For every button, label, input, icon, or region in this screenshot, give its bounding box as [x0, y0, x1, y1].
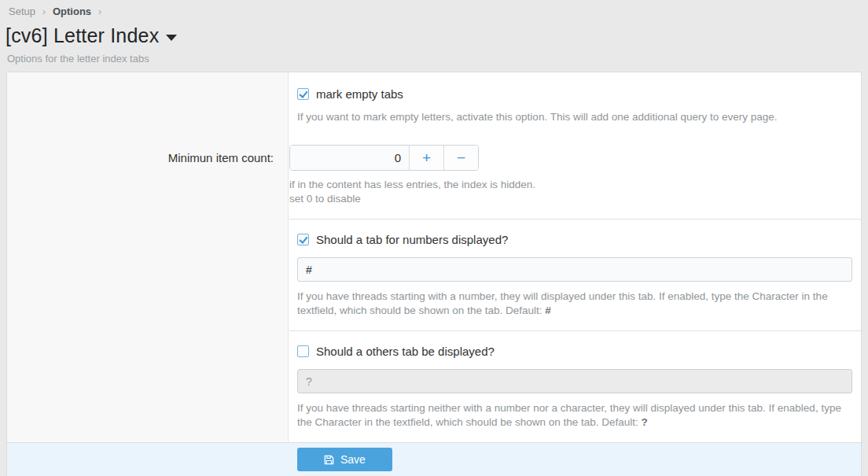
save-button[interactable]: Save — [297, 448, 392, 471]
breadcrumb-separator-icon: › — [98, 6, 101, 17]
field-description-line: set 0 to disable — [289, 192, 852, 206]
save-floppy-icon — [324, 455, 334, 465]
breadcrumb-item-options[interactable]: Options — [53, 6, 91, 17]
increment-button[interactable]: + — [409, 146, 443, 170]
field-label: Minimun item count: — [7, 145, 281, 206]
breadcrumb-separator-icon: › — [42, 6, 46, 17]
option-description: If you have threads starting with a numb… — [297, 290, 841, 318]
default-value: # — [545, 304, 551, 316]
page-subtitle: Options for the letter index tabs — [7, 53, 868, 65]
page-title: [cv6] Letter Index — [6, 24, 159, 47]
others-tab-character-input[interactable] — [297, 369, 852, 393]
numbers-tab-option[interactable]: Should a tab for numbers displayed? — [297, 233, 508, 246]
option-description: If you want to mark empty letters, activ… — [297, 110, 852, 124]
breadcrumb-item-setup[interactable]: Setup — [9, 6, 35, 17]
minimum-item-count-input[interactable] — [290, 146, 409, 170]
numbers-tab-character-input[interactable] — [297, 257, 852, 282]
options-page: Setup › Options › [cv6] Letter Index Opt… — [0, 0, 868, 476]
field-control-area: + − if in the content has less entries, … — [281, 145, 861, 206]
numbers-tab-checkbox[interactable] — [297, 234, 309, 245]
option-row-minimum-item-count: Minimun item count: + − if in the conten… — [7, 145, 861, 206]
option-row-numbers-tab: Should a tab for numbers displayed? If y… — [289, 220, 861, 318]
checkbox-label: mark empty tabs — [316, 87, 403, 101]
option-description-text: If you have threads starting neither wit… — [297, 402, 841, 428]
default-value: ? — [642, 416, 648, 428]
page-title-dropdown[interactable]: [cv6] Letter Index — [6, 24, 868, 47]
dropdown-caret-icon — [166, 35, 177, 41]
field-description-line: if in the content has less entries, the … — [289, 178, 852, 192]
option-row-others-tab: Should a others tab be displayed? If you… — [289, 331, 861, 442]
save-button-label: Save — [340, 453, 366, 466]
checkbox-label: Should a tab for numbers displayed? — [316, 233, 508, 246]
minimum-item-count-stepper: + − — [289, 145, 479, 171]
option-description: If you have threads starting neither wit… — [297, 401, 841, 430]
options-form-content: mark empty tabs If you want to mark empt… — [7, 72, 861, 442]
checkbox-label: Should a others tab be displayed? — [316, 345, 495, 358]
option-row-mark-empty-tabs: mark empty tabs If you want to mark empt… — [289, 72, 861, 124]
option-description-text: If you have threads starting with a numb… — [297, 290, 828, 316]
form-footer: Save — [7, 442, 861, 476]
options-form-panel: mark empty tabs If you want to mark empt… — [6, 72, 862, 476]
mark-empty-tabs-option[interactable]: mark empty tabs — [297, 87, 403, 101]
others-tab-checkbox[interactable] — [297, 345, 309, 357]
mark-empty-tabs-checkbox[interactable] — [297, 88, 309, 100]
decrement-button[interactable]: − — [443, 146, 478, 170]
breadcrumb: Setup › Options › — [0, 0, 868, 17]
others-tab-option[interactable]: Should a others tab be displayed? — [297, 345, 495, 358]
